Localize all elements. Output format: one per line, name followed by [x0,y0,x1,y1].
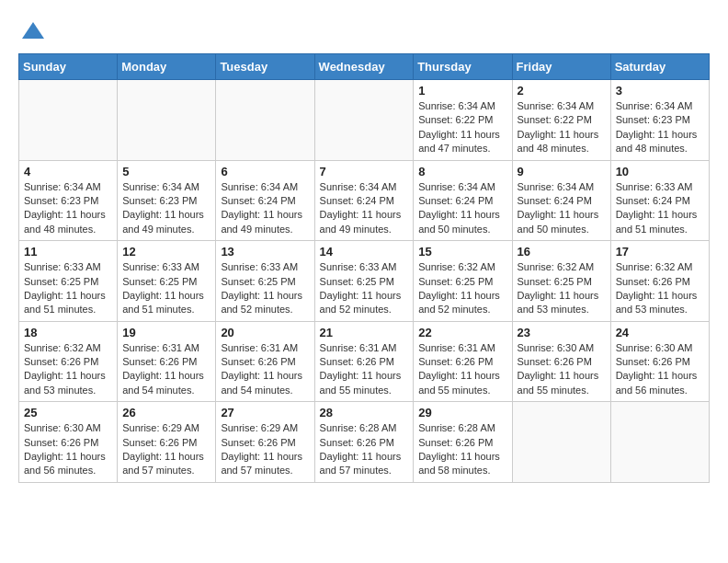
day-number: 3 [616,84,704,98]
day-number: 26 [122,406,210,419]
day-cell: 6Sunrise: 6:34 AM Sunset: 6:24 PM Daylig… [216,160,314,241]
day-info: Sunrise: 6:33 AM Sunset: 6:24 PM Dayligh… [616,180,704,237]
day-cell [19,80,118,161]
day-cell: 24Sunrise: 6:30 AM Sunset: 6:26 PM Dayli… [610,321,709,402]
day-info: Sunrise: 6:33 AM Sunset: 6:25 PM Dayligh… [122,260,210,317]
weekday-header-sunday: Sunday [19,54,118,80]
day-number: 12 [122,245,210,259]
day-number: 15 [418,245,506,259]
week-row-5: 25Sunrise: 6:30 AM Sunset: 6:26 PM Dayli… [19,402,710,483]
day-cell: 10Sunrise: 6:33 AM Sunset: 6:24 PM Dayli… [610,160,709,241]
week-row-2: 4Sunrise: 6:34 AM Sunset: 6:23 PM Daylig… [19,160,710,241]
day-number: 7 [320,165,409,178]
day-cell: 29Sunrise: 6:28 AM Sunset: 6:26 PM Dayli… [414,402,512,483]
day-cell: 2Sunrise: 6:34 AM Sunset: 6:22 PM Daylig… [512,80,610,161]
day-cell: 11Sunrise: 6:33 AM Sunset: 6:25 PM Dayli… [19,241,118,322]
day-info: Sunrise: 6:28 AM Sunset: 6:26 PM Dayligh… [418,421,506,478]
day-info: Sunrise: 6:34 AM Sunset: 6:24 PM Dayligh… [418,180,506,237]
day-cell: 1Sunrise: 6:34 AM Sunset: 6:22 PM Daylig… [414,80,512,161]
day-info: Sunrise: 6:30 AM Sunset: 6:26 PM Dayligh… [616,341,704,398]
day-number: 8 [418,165,506,178]
day-cell: 9Sunrise: 6:34 AM Sunset: 6:24 PM Daylig… [512,160,610,241]
day-info: Sunrise: 6:34 AM Sunset: 6:24 PM Dayligh… [221,180,309,237]
day-cell: 8Sunrise: 6:34 AM Sunset: 6:24 PM Daylig… [414,160,512,241]
day-cell: 4Sunrise: 6:34 AM Sunset: 6:23 PM Daylig… [19,160,118,241]
day-number: 19 [122,326,210,339]
day-info: Sunrise: 6:31 AM Sunset: 6:26 PM Dayligh… [122,341,210,398]
day-number: 18 [24,326,112,339]
day-cell: 18Sunrise: 6:32 AM Sunset: 6:26 PM Dayli… [19,321,118,402]
day-info: Sunrise: 6:34 AM Sunset: 6:23 PM Dayligh… [24,180,112,237]
day-info: Sunrise: 6:30 AM Sunset: 6:26 PM Dayligh… [518,341,606,398]
day-cell [512,402,610,483]
day-cell [314,80,414,161]
day-number: 23 [518,326,606,339]
day-number: 17 [616,245,704,259]
day-number: 28 [320,406,409,419]
day-cell: 22Sunrise: 6:31 AM Sunset: 6:26 PM Dayli… [414,321,512,402]
day-number: 2 [518,84,606,98]
day-info: Sunrise: 6:31 AM Sunset: 6:26 PM Dayligh… [418,341,506,398]
day-cell: 17Sunrise: 6:32 AM Sunset: 6:26 PM Dayli… [610,241,709,322]
day-info: Sunrise: 6:29 AM Sunset: 6:26 PM Dayligh… [122,421,210,478]
logo-icon [20,18,46,44]
day-cell: 13Sunrise: 6:33 AM Sunset: 6:25 PM Dayli… [216,241,314,322]
day-number: 21 [320,326,409,339]
day-info: Sunrise: 6:34 AM Sunset: 6:23 PM Dayligh… [616,99,704,156]
day-number: 29 [418,406,506,419]
day-info: Sunrise: 6:34 AM Sunset: 6:23 PM Dayligh… [122,180,210,237]
weekday-header-saturday: Saturday [610,54,709,80]
weekday-header-row: SundayMondayTuesdayWednesdayThursdayFrid… [19,54,710,80]
day-info: Sunrise: 6:34 AM Sunset: 6:22 PM Dayligh… [518,99,606,156]
day-cell: 23Sunrise: 6:30 AM Sunset: 6:26 PM Dayli… [512,321,610,402]
day-info: Sunrise: 6:31 AM Sunset: 6:26 PM Dayligh… [320,341,409,398]
day-info: Sunrise: 6:32 AM Sunset: 6:25 PM Dayligh… [518,260,606,317]
day-number: 22 [418,326,506,339]
day-info: Sunrise: 6:28 AM Sunset: 6:26 PM Dayligh… [320,421,409,478]
day-cell [118,80,216,161]
day-info: Sunrise: 6:33 AM Sunset: 6:25 PM Dayligh… [24,260,112,317]
day-number: 24 [616,326,704,339]
day-info: Sunrise: 6:32 AM Sunset: 6:26 PM Dayligh… [616,260,704,317]
day-number: 4 [24,165,112,178]
day-info: Sunrise: 6:34 AM Sunset: 6:22 PM Dayligh… [418,99,506,156]
day-info: Sunrise: 6:34 AM Sunset: 6:24 PM Dayligh… [320,180,409,237]
day-number: 10 [616,165,704,178]
weekday-header-thursday: Thursday [414,54,512,80]
day-cell: 12Sunrise: 6:33 AM Sunset: 6:25 PM Dayli… [118,241,216,322]
day-info: Sunrise: 6:33 AM Sunset: 6:25 PM Dayligh… [320,260,409,317]
weekday-header-wednesday: Wednesday [314,54,414,80]
day-info: Sunrise: 6:33 AM Sunset: 6:25 PM Dayligh… [221,260,309,317]
day-cell: 19Sunrise: 6:31 AM Sunset: 6:26 PM Dayli… [118,321,216,402]
weekday-header-monday: Monday [118,54,216,80]
day-cell: 26Sunrise: 6:29 AM Sunset: 6:26 PM Dayli… [118,402,216,483]
day-number: 1 [418,84,506,98]
day-cell: 16Sunrise: 6:32 AM Sunset: 6:25 PM Dayli… [512,241,610,322]
logo [18,18,46,44]
day-number: 14 [320,245,409,259]
week-row-4: 18Sunrise: 6:32 AM Sunset: 6:26 PM Dayli… [19,321,710,402]
week-row-3: 11Sunrise: 6:33 AM Sunset: 6:25 PM Dayli… [19,241,710,322]
day-info: Sunrise: 6:31 AM Sunset: 6:26 PM Dayligh… [221,341,309,398]
day-cell: 14Sunrise: 6:33 AM Sunset: 6:25 PM Dayli… [314,241,414,322]
day-number: 20 [221,326,309,339]
weekday-header-friday: Friday [512,54,610,80]
day-info: Sunrise: 6:32 AM Sunset: 6:26 PM Dayligh… [24,341,112,398]
day-cell: 5Sunrise: 6:34 AM Sunset: 6:23 PM Daylig… [118,160,216,241]
day-number: 25 [24,406,112,419]
day-info: Sunrise: 6:34 AM Sunset: 6:24 PM Dayligh… [518,180,606,237]
weekday-header-tuesday: Tuesday [216,54,314,80]
day-cell [610,402,709,483]
page-header [18,18,710,44]
day-number: 5 [122,165,210,178]
day-cell: 27Sunrise: 6:29 AM Sunset: 6:26 PM Dayli… [216,402,314,483]
day-cell: 7Sunrise: 6:34 AM Sunset: 6:24 PM Daylig… [314,160,414,241]
day-number: 13 [221,245,309,259]
day-info: Sunrise: 6:29 AM Sunset: 6:26 PM Dayligh… [221,421,309,478]
week-row-1: 1Sunrise: 6:34 AM Sunset: 6:22 PM Daylig… [19,80,710,161]
calendar: SundayMondayTuesdayWednesdayThursdayFrid… [18,53,710,483]
day-cell: 21Sunrise: 6:31 AM Sunset: 6:26 PM Dayli… [314,321,414,402]
day-number: 6 [221,165,309,178]
day-number: 16 [518,245,606,259]
day-cell: 28Sunrise: 6:28 AM Sunset: 6:26 PM Dayli… [314,402,414,483]
